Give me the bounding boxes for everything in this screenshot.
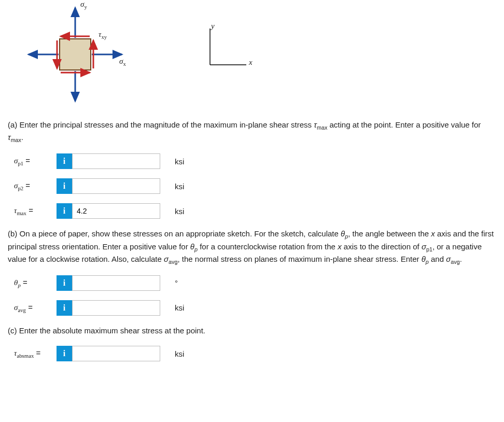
svg-rect-0 [60,39,91,70]
tau-max-input[interactable] [72,203,160,219]
theta-p-row: θp = i ° [14,275,496,291]
unit-label: ksi [175,182,184,191]
part-a-prompt: (a) Enter the principal stresses and the… [8,119,496,144]
sigma-avg-row: σavg = i ksi [14,300,496,316]
sigma-p2-row: σp2 = i ksi [14,178,496,194]
stress-element-diagram: σy τxy σx [8,0,137,109]
sigma-p1-row: σp1 = i ksi [14,153,496,169]
tau-xy-label: τxy [99,30,107,40]
sigma-y-label: σy [80,0,87,10]
xy-axes-diagram: y x [200,21,262,83]
info-icon[interactable]: i [57,153,72,169]
info-icon[interactable]: i [57,300,72,316]
part-c-prompt: (c) Enter the absolute maximum shear str… [8,325,496,337]
info-icon[interactable]: i [57,275,72,291]
unit-label: ksi [175,157,184,166]
tau-absmax-input[interactable] [72,346,160,361]
unit-label: ksi [175,349,184,358]
info-icon[interactable]: i [57,178,72,194]
x-axis-label: x [249,58,253,67]
part-b-prompt: (b) On a piece of paper, show these stre… [8,228,496,266]
info-icon[interactable]: i [57,203,72,219]
sigma-p1-input[interactable] [72,153,160,169]
unit-label: ° [175,278,178,287]
tau-max-row: τmax = i ksi [14,203,496,219]
theta-p-input[interactable] [72,275,160,291]
unit-label: ksi [175,207,184,216]
info-icon[interactable]: i [57,346,72,361]
sigma-x-label: σx [119,57,126,67]
y-axis-label: y [211,22,215,31]
sigma-avg-input[interactable] [72,300,160,316]
sigma-p2-input[interactable] [72,178,160,194]
tau-absmax-row: τabsmax = i ksi [14,346,496,361]
unit-label: ksi [175,303,184,312]
